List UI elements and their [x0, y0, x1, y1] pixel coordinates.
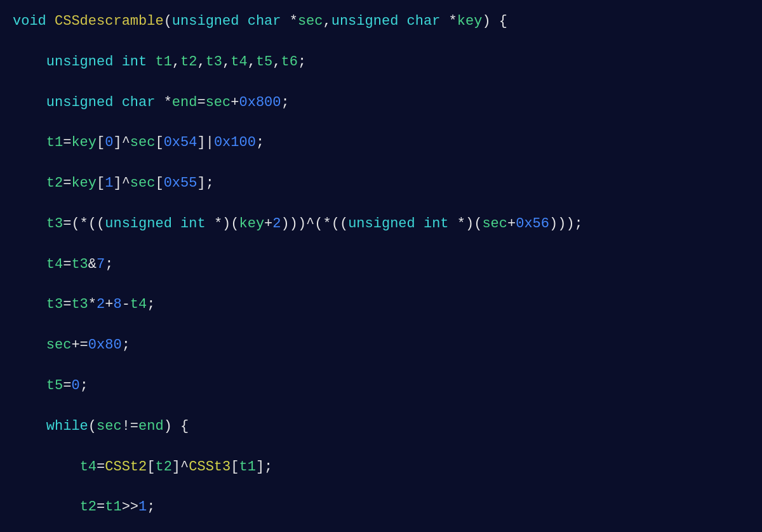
code-line-5: t2=key[1]^sec[0x55];: [13, 173, 749, 194]
code-editor: void CSSdescramble(unsigned char *sec,un…: [0, 0, 762, 532]
code-line-7: t4=t3&7;: [13, 255, 749, 275]
code-line-11: while(sec!=end) {: [13, 416, 749, 437]
code-line-8: t3=t3*2+8-t4;: [13, 295, 749, 315]
code-line-12: t4=CSSt2[t2]^CSSt3[t1];: [13, 457, 749, 477]
code-line-1: void CSSdescramble(unsigned char *sec,un…: [13, 11, 749, 32]
code-line-10: t5=0;: [13, 376, 749, 396]
code-line-6: t3=(*((unsigned int *)(key+2)))^(*((unsi…: [13, 214, 749, 234]
code-line-4: t1=key[0]^sec[0x54]|0x100;: [13, 133, 749, 153]
code-line-13: t2=t1>>1;: [13, 497, 749, 517]
code-line-9: sec+=0x80;: [13, 335, 749, 356]
code-line-2: unsigned int t1,t2,t3,t4,t5,t6;: [13, 52, 749, 72]
code-line-3: unsigned char *end=sec+0x800;: [13, 93, 749, 113]
code-block: void CSSdescramble(unsigned char *sec,un…: [13, 11, 749, 532]
